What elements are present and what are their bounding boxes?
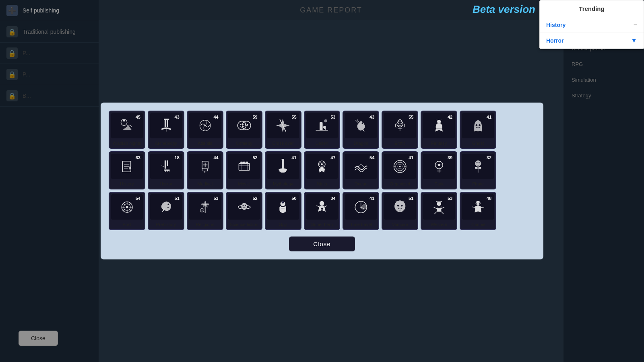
- svg-point-15: [397, 121, 403, 127]
- score-pirate: 32: [487, 155, 491, 160]
- genre-card-ghost[interactable]: 41 Ghost: [460, 111, 496, 149]
- score-ghost: 41: [487, 115, 491, 119]
- svg-point-19: [476, 124, 478, 126]
- medical-icon: [196, 159, 215, 174]
- archeology-icon: [157, 118, 175, 133]
- genre-card-ocean[interactable]: 54 Ocean: [343, 151, 379, 189]
- label-desert: Desert: [306, 140, 338, 146]
- genre-card-western[interactable]: 53 Western: [421, 192, 457, 230]
- genre-card-comedy[interactable]: 59 Comedy: [226, 111, 262, 149]
- post-icon: [118, 200, 136, 215]
- score-arabian-nights: 45: [136, 115, 140, 119]
- score-park: 39: [448, 155, 452, 160]
- trending-icon-history: −: [634, 21, 637, 29]
- ocean-icon: [351, 159, 370, 174]
- genre-card-dragon[interactable]: 43 Dragon: [343, 111, 379, 149]
- label-vampire: Vampire: [384, 221, 416, 228]
- svg-point-106: [479, 202, 479, 203]
- trending-item-horror[interactable]: Horror ▼: [540, 33, 644, 49]
- genre-card-super-hero[interactable]: 34 Super hero: [304, 192, 341, 230]
- svg-point-46: [321, 163, 323, 165]
- label-medical: Medical: [189, 181, 221, 187]
- genre-card-medical[interactable]: 44 Medical: [187, 151, 223, 189]
- genre-card-arabian-nights[interactable]: 45 Arabian nights: [109, 111, 145, 149]
- score-fantasy: 42: [448, 115, 452, 119]
- svg-point-103: [437, 202, 441, 206]
- svg-point-14: [362, 123, 363, 124]
- svg-point-11: [245, 124, 246, 125]
- svg-point-18: [437, 120, 441, 123]
- svg-point-92: [320, 201, 324, 205]
- pirate-icon: [469, 159, 487, 174]
- genre-card-pirate[interactable]: 32 Pirate: [460, 151, 496, 189]
- genre-card-park[interactable]: 39 Park: [421, 151, 457, 189]
- score-vampire: 51: [409, 196, 413, 201]
- score-atlantis: 44: [213, 115, 218, 119]
- modal-close-button[interactable]: Close: [289, 237, 355, 251]
- dragon-icon: [351, 118, 370, 133]
- genre-card-time-travel[interactable]: 41 Time travel: [343, 192, 379, 230]
- label-religious: Religious: [189, 221, 221, 228]
- genre-card-ninja[interactable]: 47 Ninja: [304, 151, 341, 189]
- genre-card-erotic[interactable]: 55 Erotic: [382, 111, 418, 149]
- label-comedy: Comedy: [228, 140, 260, 146]
- genre-card-horror[interactable]: 18 Horror: [148, 151, 184, 189]
- genre-card-atlantis[interactable]: 44 Atlantis: [187, 111, 223, 149]
- genre-card-movie[interactable]: 52 Movie: [226, 151, 262, 189]
- genre-card-zombie[interactable]: 48 Zombie: [460, 192, 496, 230]
- genre-card-post[interactable]: 54 Post: [109, 192, 145, 230]
- svg-rect-4: [164, 119, 169, 120]
- genre-card-mythology[interactable]: 41 Mythology: [265, 151, 301, 189]
- svg-point-6: [204, 125, 206, 127]
- label-cross-over: Cross over: [267, 140, 299, 146]
- svg-point-105: [477, 202, 477, 203]
- genre-card-science-fiction[interactable]: 52 Science fiction: [226, 192, 262, 230]
- genre-card-archeology[interactable]: 43 Archeology: [148, 111, 184, 149]
- history-icon: [118, 159, 136, 174]
- super-hero-icon: [312, 200, 331, 215]
- label-erotic: Erotic: [384, 140, 416, 146]
- genre-card-organized[interactable]: 41 Organized: [382, 151, 418, 189]
- fantasy-icon: [429, 118, 448, 133]
- organized-icon: [390, 159, 409, 174]
- score-western: 53: [448, 196, 452, 201]
- svg-rect-33: [239, 163, 250, 170]
- trending-panel: Trending History − Horror ▼: [539, 0, 644, 49]
- score-medical: 44: [213, 155, 218, 160]
- genre-card-cross-over[interactable]: 55 Cross over: [265, 111, 301, 149]
- svg-rect-39: [243, 161, 246, 163]
- label-ninja: Ninja: [306, 181, 338, 187]
- ghost-icon: [469, 118, 487, 133]
- beta-label: Beta version: [473, 3, 535, 16]
- genre-card-religious[interactable]: 53 Religious: [187, 192, 223, 230]
- score-mythology: 41: [291, 155, 296, 160]
- prehistory-icon: [157, 200, 175, 215]
- label-dragon: Dragon: [345, 140, 377, 146]
- arabian-nights-icon: [118, 118, 136, 133]
- svg-point-79: [167, 204, 169, 205]
- genre-card-desert[interactable]: 53 Desert: [304, 111, 341, 149]
- label-park: Park: [423, 181, 455, 187]
- park-icon: [429, 159, 448, 174]
- genre-card-vampire[interactable]: 51 Vampire: [382, 192, 418, 230]
- svg-rect-40: [282, 159, 284, 169]
- genre-card-spy[interactable]: 50 Spy: [265, 192, 301, 230]
- label-ghost: Ghost: [462, 140, 494, 146]
- score-post: 54: [136, 196, 140, 201]
- genre-card-history[interactable]: 63 History: [109, 151, 145, 189]
- svg-rect-38: [246, 161, 248, 163]
- score-archeology: 43: [175, 115, 180, 119]
- genre-card-fantasy[interactable]: 42 Fantasy: [421, 111, 457, 149]
- svg-point-102: [401, 205, 403, 207]
- score-organized: 41: [409, 155, 413, 160]
- score-zombie: 48: [487, 196, 491, 201]
- trending-item-history[interactable]: History −: [540, 17, 644, 33]
- score-dragon: 43: [369, 115, 374, 119]
- score-ninja: 47: [330, 155, 335, 160]
- western-icon: [429, 200, 448, 215]
- svg-point-16: [398, 123, 399, 124]
- ninja-icon: [312, 159, 331, 174]
- genre-card-prehistory[interactable]: 51 Prehistory: [148, 192, 184, 230]
- svg-point-88: [244, 205, 246, 206]
- svg-point-101: [397, 205, 399, 207]
